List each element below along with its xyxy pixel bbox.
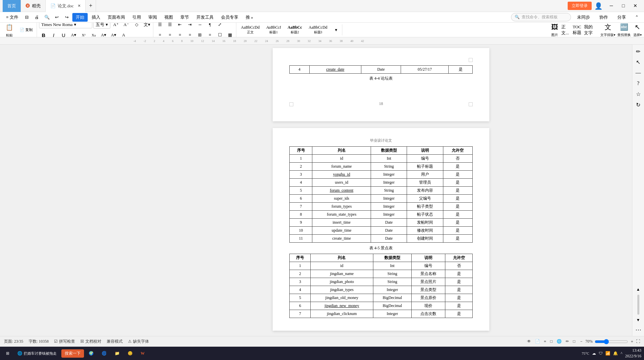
menu-start[interactable]: 开始 (72, 13, 88, 22)
menu-chapter[interactable]: 章节 (177, 13, 192, 22)
cursor-sidebar-icon[interactable]: ↖ (634, 58, 642, 66)
close-button[interactable]: ✕ (629, 0, 641, 12)
list-view-icon[interactable]: ≡ (544, 339, 546, 344)
outline-view-icon[interactable]: □ (550, 339, 553, 344)
taskbar-ie[interactable]: 🌍 (85, 350, 97, 357)
taskbar-app2[interactable]: 🌀 (98, 350, 110, 357)
find-replace-button[interactable]: 🔤 (619, 23, 629, 32)
menu-more[interactable]: 推 » (242, 13, 257, 22)
star-sidebar-icon[interactable]: ☆ (634, 90, 642, 98)
start-button[interactable]: ⊞ (3, 350, 13, 357)
menu-print[interactable]: 🖨 (32, 13, 42, 22)
select-tool-button[interactable]: ↖ (633, 23, 642, 32)
normal-style-button[interactable]: 正文... (561, 25, 571, 35)
italic-button[interactable]: I (49, 30, 58, 37)
more-icon[interactable]: ⋯ (635, 326, 641, 333)
sys-tray-more[interactable]: ^ (621, 351, 623, 356)
menu-view[interactable]: 视图 (161, 13, 176, 22)
scroll-up-icon[interactable]: ▲ (634, 285, 642, 293)
superscript-button[interactable]: X² (79, 30, 88, 37)
style-heading3[interactable]: AaBbCcDd 标题3 (306, 24, 330, 35)
user-avatar[interactable]: 👤 (594, 2, 603, 10)
align-right-button[interactable]: ≡ (175, 30, 185, 37)
zoom-slider[interactable] (595, 339, 628, 344)
missing-font[interactable]: ⚠ 缺失字体 (128, 339, 149, 344)
toc-tool-button[interactable]: TOC标题 (573, 25, 582, 35)
taskbar-browser[interactable]: 🌐 拦婚车讨赛钱被拖走 (14, 350, 60, 357)
focus-icon[interactable]: □ (573, 339, 575, 344)
align-left-button[interactable]: ≡ (155, 30, 165, 37)
help-sidebar-icon[interactable]: ? (634, 79, 642, 87)
menu-file[interactable]: ≡ 文件 (3, 13, 22, 22)
font-name-select[interactable]: Times New Roma ▾ (39, 23, 92, 28)
scroll-thumb[interactable] (637, 295, 639, 315)
menu-search[interactable]: 🔍 (42, 13, 52, 22)
font-color-button[interactable]: A▾ (69, 30, 78, 37)
columns-button[interactable]: ⊞ (195, 30, 205, 37)
font-shrink-button[interactable]: A⁻ (122, 23, 131, 29)
write-icon[interactable]: ✏ (566, 339, 569, 344)
text-layout-button[interactable]: 文 (603, 23, 613, 32)
para-border-button[interactable]: ▦ (225, 30, 235, 37)
network-icon[interactable]: 📶 (605, 351, 610, 356)
dash-sidebar-icon[interactable]: — (634, 69, 642, 77)
menu-collapse[interactable]: ⌃ (632, 13, 641, 22)
paste-button[interactable]: 📋 (3, 23, 15, 33)
picture-tool-button[interactable]: 🖼 (550, 23, 559, 32)
char-border-button[interactable]: A (119, 30, 128, 37)
taskbar-wps[interactable]: W (137, 350, 148, 357)
taskbar-emoji[interactable]: 😊 (124, 350, 136, 357)
minimize-button[interactable]: ─ (605, 0, 617, 12)
menu-layout[interactable]: 页面布局 (104, 13, 128, 22)
font-grow-button[interactable]: A⁺ (111, 23, 121, 29)
maximize-button[interactable]: □ (617, 0, 629, 12)
web-view-icon[interactable]: 🌐 (557, 339, 562, 344)
menu-undo[interactable]: ↩ (52, 13, 62, 22)
indent-decrease-button[interactable]: ⇤ (175, 23, 185, 29)
menu-reference[interactable]: 引用 (129, 13, 144, 22)
refresh-sidebar-icon[interactable]: ↻ (634, 101, 642, 109)
menu-vip[interactable]: 会员专享 (218, 13, 242, 22)
pilcrow-button[interactable]: ¶ (205, 23, 215, 29)
menu-insert[interactable]: 插入 (88, 13, 104, 22)
menu-save[interactable]: ⊟ (22, 13, 32, 22)
weather-icon[interactable]: ☁ (592, 351, 596, 356)
taskbar-search-button[interactable]: 搜索一下 (61, 349, 84, 358)
style-normal[interactable]: AaBbCcDd 正文 (238, 24, 262, 35)
copy-button[interactable]: 📄 复制 (17, 25, 35, 35)
security-icon[interactable]: 🛡 (599, 351, 603, 356)
fullscreen-button[interactable]: ⛶ (636, 339, 640, 344)
menu-redo[interactable]: ↪ (62, 13, 72, 22)
shading-button[interactable]: ☐ (215, 30, 225, 37)
underline-button[interactable]: U (59, 30, 68, 37)
login-button[interactable]: 立即登录 (568, 2, 592, 10)
bold-button[interactable]: B (39, 30, 48, 37)
tab-home[interactable]: 首页 (3, 0, 21, 12)
doc-view-icon[interactable]: 📄 (535, 339, 540, 344)
menu-sync[interactable]: 未同步 (574, 13, 593, 22)
align-justify-button[interactable]: ≡ (185, 30, 195, 37)
menu-share[interactable]: 分享 (614, 13, 629, 22)
font-special-button[interactable]: 文▾ (142, 23, 152, 29)
notification-icon[interactable]: 🔔 (613, 351, 618, 356)
zoom-in-button[interactable]: ＋ (630, 339, 634, 344)
zoom-out-button[interactable]: － (579, 339, 583, 344)
add-tab-button[interactable]: + (86, 0, 96, 12)
indent-increase-button[interactable]: ⇥ (185, 23, 195, 29)
style-heading1[interactable]: AaBbCcI 标题1 (264, 24, 284, 35)
menu-collaborate[interactable]: 协作 (596, 13, 611, 22)
my-style-button[interactable]: 我的文字 (584, 25, 593, 35)
border-button[interactable]: ⤢ (215, 23, 225, 29)
tab-doc[interactable]: 📄 论文.doc ✕ (46, 0, 86, 12)
unordered-list-button[interactable]: ☰ (155, 23, 165, 29)
menu-devtools[interactable]: 开发工具 (193, 13, 217, 22)
subscript-button[interactable]: X₂ (89, 30, 98, 37)
highlight-button[interactable]: A▾ (99, 30, 108, 37)
style-heading2[interactable]: AaBbCc 标题2 (285, 24, 305, 35)
ordered-list-button[interactable]: ☰ (165, 23, 175, 29)
eye-icon[interactable]: 👁 (527, 339, 531, 344)
scroll-down-icon[interactable]: ▼ (634, 316, 642, 324)
document-scroll[interactable]: 4 create_date Date 05/27/17 是 表 4-4 论坛表 … (130, 45, 632, 336)
edit-sidebar-icon[interactable]: ✏ (634, 47, 642, 55)
font-clear-button[interactable]: ◇ (132, 23, 141, 29)
